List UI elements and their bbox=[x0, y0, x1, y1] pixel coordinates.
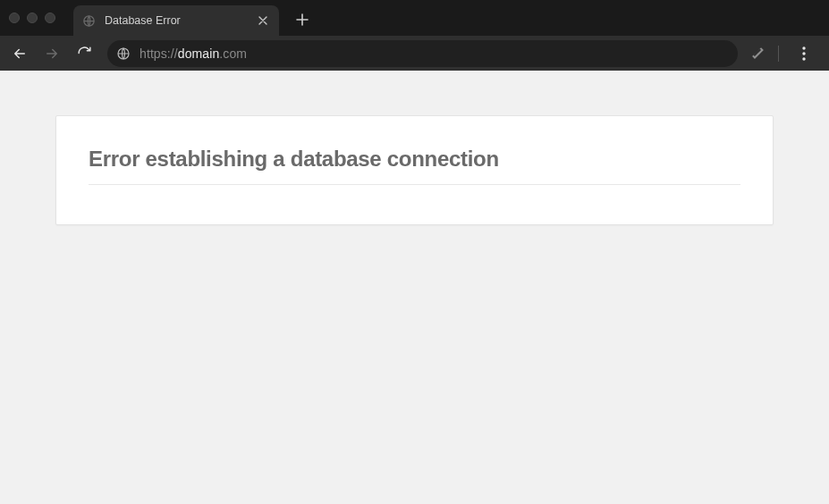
url-host: domain bbox=[178, 46, 220, 61]
tab-title: Database Error bbox=[105, 14, 247, 27]
page-viewport: Error establishing a database connection bbox=[0, 71, 829, 504]
url-text: https://domain.com bbox=[140, 46, 247, 61]
window-controls bbox=[9, 13, 55, 23]
browser-toolbar: https://domain.com bbox=[0, 36, 829, 71]
forward-button[interactable] bbox=[39, 41, 64, 66]
svg-point-4 bbox=[802, 57, 805, 60]
new-tab-button[interactable] bbox=[290, 7, 315, 32]
error-card: Error establishing a database connection bbox=[55, 115, 774, 225]
window-title-bar: Database Error bbox=[0, 0, 829, 36]
site-info-icon[interactable] bbox=[116, 46, 131, 61]
toolbar-divider bbox=[778, 46, 779, 62]
url-protocol: https:// bbox=[140, 46, 178, 61]
browser-menu-button[interactable] bbox=[791, 41, 816, 66]
error-heading: Error establishing a database connection bbox=[89, 147, 740, 185]
url-rest: .com bbox=[219, 46, 247, 61]
tab-favicon-icon bbox=[82, 14, 96, 28]
back-button[interactable] bbox=[7, 41, 32, 66]
window-minimize-dot[interactable] bbox=[27, 13, 38, 23]
browser-tab[interactable]: Database Error bbox=[73, 5, 279, 36]
toolbar-right bbox=[745, 41, 822, 66]
tab-close-button[interactable] bbox=[256, 13, 270, 28]
address-bar[interactable]: https://domain.com bbox=[107, 40, 738, 67]
extension-icon[interactable] bbox=[750, 46, 766, 61]
svg-point-2 bbox=[802, 46, 805, 49]
window-maximize-dot[interactable] bbox=[45, 13, 55, 23]
window-close-dot[interactable] bbox=[9, 13, 20, 23]
reload-button[interactable] bbox=[72, 41, 97, 66]
svg-point-3 bbox=[802, 52, 805, 55]
